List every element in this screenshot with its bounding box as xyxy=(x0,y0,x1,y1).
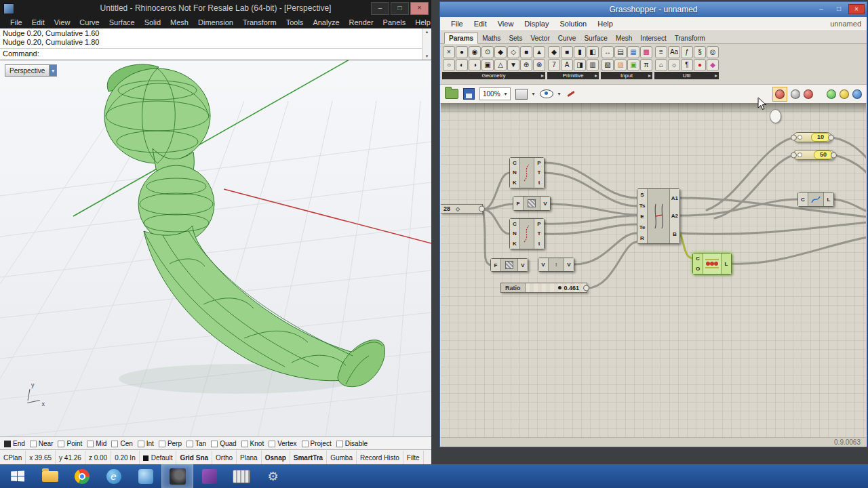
ribbon-icon[interactable]: 7 xyxy=(548,59,560,71)
ribbon-icon[interactable]: ◆ xyxy=(548,46,560,58)
ribbon-group-label[interactable]: Input ▸ xyxy=(601,72,652,79)
ribbon-icon[interactable]: ◑ xyxy=(469,59,481,71)
rhino-menu-item[interactable]: Analyze xyxy=(308,18,344,27)
status-segment[interactable]: x 39.65 xyxy=(26,451,56,465)
osnap-checkbox[interactable]: Quad xyxy=(211,440,236,448)
ribbon-icon[interactable]: ▨ xyxy=(614,59,627,71)
status-segment[interactable]: Gumba xyxy=(327,451,357,465)
component-tab[interactable]: Curve xyxy=(554,33,580,43)
grasshopper-menu-item[interactable]: View xyxy=(492,18,519,29)
ribbon-group-label[interactable]: Geometry ▸ xyxy=(442,72,545,79)
grasshopper-titlebar[interactable]: Grasshopper - unnamed – □ × xyxy=(440,2,867,17)
ribbon-icon[interactable]: ■ xyxy=(520,46,532,58)
ribbon-icon[interactable]: ○ xyxy=(443,59,455,71)
component-tab[interactable]: Maths xyxy=(478,33,505,43)
preview-shaded-icon[interactable] xyxy=(804,89,813,99)
ribbon-icon[interactable]: ▤ xyxy=(614,46,627,58)
ribbon-icon[interactable]: ◆ xyxy=(707,59,719,71)
osnap-checkbox[interactable]: Perp xyxy=(159,440,182,448)
status-segment[interactable]: Ortho xyxy=(212,451,237,465)
ribbon-icon[interactable]: ◉ xyxy=(469,46,481,58)
ratio-slider[interactable]: Ratio 0.461 xyxy=(500,283,587,293)
ribbon-icon[interactable]: ⊙ xyxy=(481,46,494,58)
osnap-checkbox[interactable]: Knot xyxy=(241,440,264,448)
diamond-grip-icon[interactable]: ◇ xyxy=(456,206,460,212)
osnap-checkbox[interactable]: Tan xyxy=(186,440,206,448)
grasshopper-menu-item[interactable]: Solution xyxy=(554,18,592,29)
input-port[interactable]: C xyxy=(801,197,805,203)
flatten-component-2[interactable]: F V xyxy=(490,258,528,272)
osnap-checkbox[interactable]: Int xyxy=(138,440,154,448)
preview-eye-icon[interactable] xyxy=(540,89,553,98)
ribbon-icon[interactable]: π xyxy=(640,59,652,71)
minimize-button[interactable]: – xyxy=(371,2,389,15)
ribbon-icon[interactable]: ▲ xyxy=(533,46,545,58)
grasshopper-menu-item[interactable]: Help xyxy=(592,18,618,29)
group-expand-icon[interactable]: ▸ xyxy=(648,72,651,79)
ratio-track[interactable]: 0.461 xyxy=(526,283,587,292)
osnap-checkbox[interactable]: Point xyxy=(58,440,82,448)
rhino-menu-item[interactable]: Transform xyxy=(238,18,281,27)
ribbon-icon[interactable]: ■ xyxy=(561,46,573,58)
start-button[interactable] xyxy=(0,464,34,488)
ribbon-icon[interactable]: ⊗ xyxy=(533,59,545,71)
input-port[interactable]: N xyxy=(513,230,517,237)
rhino-titlebar[interactable]: Untitled - Rhinoceros Not For Resale Lab… xyxy=(0,0,431,16)
grasshopper-menu-item[interactable]: File xyxy=(446,18,469,29)
component-tab[interactable]: Surface xyxy=(580,33,611,43)
rhino-menu-item[interactable]: Tools xyxy=(281,18,309,27)
save-file-icon[interactable] xyxy=(463,88,475,100)
rhino-menu-item[interactable]: Surface xyxy=(104,18,140,27)
osnap-checkbox[interactable]: Mid xyxy=(87,440,106,448)
grasshopper-menu-item[interactable]: Display xyxy=(519,18,554,29)
grasshopper-canvas[interactable]: 10 50 28 ◇ C N K P xyxy=(441,103,866,437)
ribbon-icon[interactable]: △ xyxy=(494,59,507,71)
output-port[interactable]: P xyxy=(537,160,540,166)
input-port[interactable]: F xyxy=(517,201,520,207)
ribbon-icon[interactable]: ▥ xyxy=(587,59,599,71)
component-tab[interactable]: Vector xyxy=(526,33,553,43)
ribbon-icon[interactable]: ≡ xyxy=(655,46,667,58)
preview-wireframe-icon[interactable] xyxy=(791,89,800,99)
group-expand-icon[interactable]: ▸ xyxy=(541,72,544,79)
rhino-menu-item[interactable]: File xyxy=(5,18,27,27)
input-port[interactable]: Te xyxy=(639,224,646,230)
number-slider-10[interactable]: 10 xyxy=(793,132,832,142)
component-tab[interactable]: Sets xyxy=(505,33,526,43)
component-tab[interactable]: Intersect xyxy=(636,33,670,43)
grasshopper-menu-item[interactable]: Edit xyxy=(469,18,492,29)
ribbon-icon[interactable]: ☼ xyxy=(668,59,680,71)
maximize-button[interactable]: □ xyxy=(831,4,847,14)
ribbon-icon[interactable]: ◨ xyxy=(574,59,586,71)
close-button[interactable]: × xyxy=(410,2,429,15)
quality-medium-icon[interactable] xyxy=(840,89,849,99)
perspective-viewport[interactable]: Perspective ▾ y x xyxy=(0,60,431,437)
osnap-checkbox[interactable]: Project xyxy=(302,440,332,448)
ribbon-icon[interactable]: ◧ xyxy=(587,46,599,58)
ribbon-icon[interactable]: ◎ xyxy=(707,46,719,58)
status-segment[interactable]: z 0.00 xyxy=(85,451,111,465)
rhino-menu-item[interactable]: Panels xyxy=(378,18,411,27)
input-port[interactable]: F xyxy=(494,262,498,268)
taskbar-item-settings[interactable]: ⚙ xyxy=(257,464,289,488)
ribbon-icon[interactable]: ● xyxy=(694,59,706,71)
output-port[interactable]: A1 xyxy=(671,195,678,201)
taskbar-item-video-app[interactable] xyxy=(225,464,257,488)
number-slider-50[interactable]: 50 xyxy=(793,150,835,160)
rhino-menu-item[interactable]: Curve xyxy=(75,18,104,27)
ribbon-icon[interactable]: ◆ xyxy=(494,46,507,58)
rhino-menu-item[interactable]: Solid xyxy=(140,18,165,27)
taskbar-item-app[interactable] xyxy=(130,464,161,488)
ribbon-group-label[interactable]: Primitive ▸ xyxy=(547,72,599,79)
osnap-checkbox[interactable]: Disable xyxy=(336,440,368,448)
slider-grip[interactable] xyxy=(797,152,802,157)
status-segment[interactable]: y 41.26 xyxy=(56,451,85,465)
ribbon-icon[interactable]: ▣ xyxy=(627,59,639,71)
taskbar-item-rhino[interactable] xyxy=(161,464,193,488)
ribbon-icon[interactable]: ▦ xyxy=(627,46,639,58)
viewport-tab[interactable]: Perspective ▾ xyxy=(5,64,57,77)
loft-component[interactable]: C O L xyxy=(692,253,732,274)
curve-param-component[interactable]: C L xyxy=(797,192,834,207)
output-port[interactable]: t xyxy=(538,180,540,186)
command-scrollbar[interactable]: ▲ ▼ xyxy=(422,28,431,60)
